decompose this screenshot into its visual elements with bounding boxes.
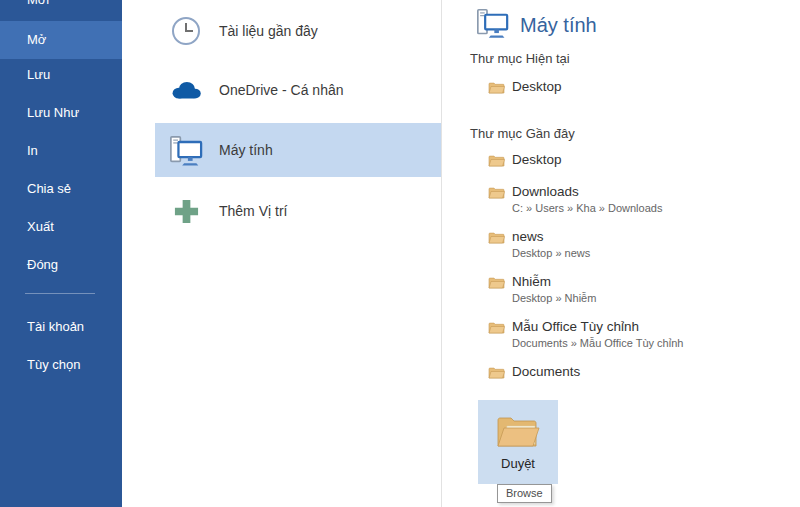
folder-name: Desktop bbox=[512, 78, 562, 95]
recent-folders-list: Desktop Downloads C: » Users » Kha » Dow… bbox=[488, 151, 683, 395]
sidebar-item-moi[interactable]: Mới bbox=[0, 0, 122, 10]
folder-icon bbox=[495, 413, 541, 449]
browse-tooltip: Browse bbox=[497, 484, 552, 503]
sidebar-item-dong[interactable]: Đóng bbox=[0, 246, 122, 284]
sidebar-item-xuat[interactable]: Xuất bbox=[0, 208, 122, 246]
folder-path: Documents » Mẫu Office Tùy chỉnh bbox=[512, 336, 683, 350]
folder-icon bbox=[488, 365, 505, 383]
folder-name: Mẫu Office Tùy chỉnh bbox=[512, 318, 683, 335]
recent-folder-news[interactable]: news Desktop » news bbox=[488, 228, 683, 260]
browse-button[interactable]: Duyệt bbox=[478, 400, 558, 484]
plus-icon bbox=[168, 198, 204, 225]
recent-folder-custom-office-templates[interactable]: Mẫu Office Tùy chỉnh Documents » Mẫu Off… bbox=[488, 318, 683, 350]
folder-icon bbox=[488, 153, 505, 171]
folder-name: news bbox=[512, 228, 590, 245]
folder-path: C: » Users » Kha » Downloads bbox=[512, 201, 662, 215]
computer-folders-panel: Máy tính Thư mục Hiện tại Desktop Thư mụ… bbox=[442, 0, 800, 507]
place-item-add-place[interactable]: Thêm Vị trí bbox=[155, 184, 441, 238]
recent-folder-documents[interactable]: Documents bbox=[488, 363, 683, 383]
recent-folder-downloads[interactable]: Downloads C: » Users » Kha » Downloads bbox=[488, 183, 683, 215]
sidebar-separator bbox=[25, 293, 95, 294]
place-item-label: Thêm Vị trí bbox=[219, 203, 287, 219]
place-item-label: OneDrive - Cá nhân bbox=[219, 82, 344, 98]
folder-name: Desktop bbox=[512, 151, 562, 168]
place-item-onedrive[interactable]: OneDrive - Cá nhân bbox=[155, 63, 441, 117]
browse-button-label: Duyệt bbox=[501, 456, 535, 471]
folder-icon bbox=[488, 230, 505, 248]
recent-folders-section-label: Thư mục Gần đây bbox=[470, 126, 575, 141]
sidebar-item-mo[interactable]: Mở bbox=[0, 21, 122, 59]
computer-icon bbox=[168, 135, 204, 166]
folder-icon bbox=[488, 275, 505, 293]
panel-title-text: Máy tính bbox=[520, 14, 597, 37]
folder-path: Desktop » news bbox=[512, 246, 590, 260]
sidebar-item-luu[interactable]: Lưu bbox=[0, 56, 122, 94]
sidebar-item-in[interactable]: In bbox=[0, 132, 122, 170]
place-item-label: Tài liệu gần đây bbox=[219, 23, 318, 39]
folder-icon bbox=[488, 320, 505, 338]
folder-name: Nhiễm bbox=[512, 273, 596, 290]
recent-folder-desktop[interactable]: Desktop bbox=[488, 151, 683, 171]
sidebar-item-tai-khoan[interactable]: Tài khoản bbox=[0, 308, 122, 346]
folder-name: Documents bbox=[512, 363, 580, 380]
clock-icon bbox=[168, 16, 204, 46]
folder-name: Downloads bbox=[512, 183, 662, 200]
current-folder-desktop[interactable]: Desktop bbox=[488, 78, 562, 98]
place-item-recent-documents[interactable]: Tài liệu gần đây bbox=[155, 4, 441, 58]
onedrive-cloud-icon bbox=[168, 79, 204, 101]
open-places-list: Tài liệu gần đây OneDrive - Cá nhân bbox=[122, 0, 441, 507]
place-item-computer[interactable]: Máy tính bbox=[155, 123, 441, 177]
folder-path: Desktop » Nhiễm bbox=[512, 291, 596, 305]
computer-icon bbox=[476, 8, 509, 42]
backstage-sidebar: Mới Mở Lưu Lưu Như In Chia sẻ Xuất Đóng … bbox=[0, 0, 122, 507]
sidebar-item-tuy-chon[interactable]: Tùy chọn bbox=[0, 346, 122, 384]
sidebar-item-luu-nhu[interactable]: Lưu Như bbox=[0, 94, 122, 132]
current-folder-section-label: Thư mục Hiện tại bbox=[470, 51, 570, 66]
recent-folder-nhiem[interactable]: Nhiễm Desktop » Nhiễm bbox=[488, 273, 683, 305]
sidebar-item-chia-se[interactable]: Chia sẻ bbox=[0, 170, 122, 208]
place-item-label: Máy tính bbox=[219, 142, 273, 158]
folder-icon bbox=[488, 80, 505, 98]
panel-title: Máy tính bbox=[476, 8, 597, 42]
folder-icon bbox=[488, 185, 505, 203]
